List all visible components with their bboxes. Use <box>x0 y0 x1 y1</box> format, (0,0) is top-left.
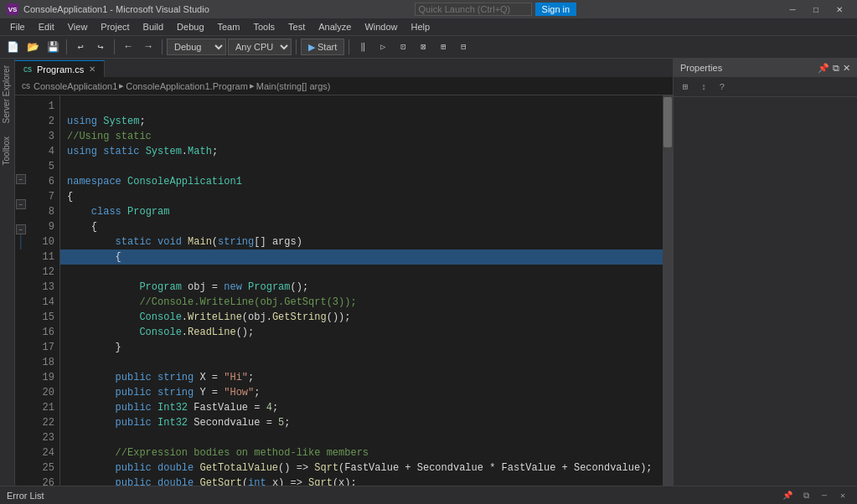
toolbar-open[interactable]: 📂 <box>23 38 42 56</box>
menu-debug[interactable]: Debug <box>170 18 210 35</box>
toolbar-nav-forward[interactable]: → <box>139 38 157 56</box>
breadcrumb-item-3[interactable]: Main(string[] args) <box>256 81 331 91</box>
properties-panel-header: Properties 📌 ⧉ ✕ <box>674 59 857 77</box>
breadcrumb-bar: cs ConsoleApplication1 ▸ ConsoleApplicat… <box>15 77 673 95</box>
error-list-controls: 📌 ⧉ ─ ✕ <box>780 488 850 503</box>
toolbar-undo[interactable]: ↩ <box>71 38 90 56</box>
code-content[interactable]: using System; //Using static using stati… <box>60 95 663 486</box>
properties-grid-btn[interactable]: ⊞ <box>677 79 694 95</box>
toolbar-sep-2 <box>114 39 115 54</box>
error-list-label: Error List <box>7 491 44 501</box>
breadcrumb-item-1[interactable]: ConsoleApplication1 <box>34 81 117 91</box>
toolbar-save[interactable]: 💾 <box>44 38 62 56</box>
file-tab-icon: cs <box>23 64 32 74</box>
properties-close-btn[interactable]: ✕ <box>843 63 850 74</box>
properties-pin-btn[interactable]: 📌 <box>818 63 829 74</box>
line-numbers: 1 2 3 4 5 6 7 8 9 10 11 12 13 14 15 16 1… <box>27 95 60 486</box>
editor-area: cs Program.cs ✕ cs ConsoleApplication1 ▸… <box>15 59 673 486</box>
menu-window[interactable]: Window <box>358 18 404 35</box>
error-list-close-btn[interactable]: ✕ <box>835 488 850 503</box>
left-sidebar: Server Explorer Toolbox <box>0 59 15 486</box>
sign-in-button[interactable]: Sign in <box>535 3 577 16</box>
toolbar: 📄 📂 💾 ↩ ↪ ← → Debug Release Any CPU x86 … <box>0 35 857 59</box>
toolbar-sep-3 <box>162 39 163 54</box>
outline-collapse-method[interactable]: − <box>16 224 26 234</box>
outline-collapse-namespace[interactable]: − <box>16 174 26 184</box>
file-tabs: cs Program.cs ✕ <box>15 59 673 77</box>
app-title: ConsoleApplication1 - Microsoft Visual S… <box>23 4 209 14</box>
vertical-scrollbar[interactable] <box>663 95 673 486</box>
properties-toolbar: ⊞ ↕ ? <box>674 77 857 97</box>
menu-build[interactable]: Build <box>137 18 170 35</box>
toolbar-new[interactable]: 📄 <box>3 38 22 56</box>
toolbar-sep-1 <box>66 39 67 54</box>
toolbar-extra-3[interactable]: ⊡ <box>394 38 412 56</box>
toolbar-sep-5 <box>348 39 349 54</box>
breadcrumb-text-1: ConsoleApplication1 <box>34 81 117 91</box>
scroll-thumb[interactable] <box>663 97 672 147</box>
sidebar-tab-server-explorer[interactable]: Server Explorer <box>0 59 14 130</box>
menu-help[interactable]: Help <box>405 18 437 35</box>
sidebar-tab-toolbox[interactable]: Toolbox <box>0 130 14 172</box>
code-editor[interactable]: − − − 1 2 3 4 5 6 7 8 9 10 11 12 <box>15 95 673 486</box>
run-icon: ▶ <box>308 42 315 53</box>
toolbar-redo[interactable]: ↪ <box>91 38 110 56</box>
breadcrumb-text-2: ConsoleApplication1.Program <box>126 81 248 91</box>
error-list-title: Error List <box>7 491 44 501</box>
quick-launch-area: Sign in <box>415 3 577 16</box>
toolbar-extra-1[interactable]: ‖ <box>354 38 372 56</box>
menu-analyze[interactable]: Analyze <box>312 18 358 35</box>
breadcrumb-item-2[interactable]: ConsoleApplication1.Program <box>126 81 248 91</box>
menu-project[interactable]: Project <box>94 18 136 35</box>
bottom-panel: Error List 📌 ⧉ ─ ✕ ▼ ✕ 0 Errors ⚠ 0 Warn… <box>0 486 857 504</box>
menu-tools[interactable]: Tools <box>246 18 281 35</box>
file-tab-name: Program.cs <box>37 64 84 75</box>
menu-file[interactable]: File <box>3 18 32 35</box>
breadcrumb-text-3: Main(string[] args) <box>256 81 331 91</box>
restore-button[interactable]: □ <box>805 0 827 18</box>
toolbar-extra-6[interactable]: ⊟ <box>454 38 472 56</box>
run-label: Start <box>318 42 337 52</box>
file-tab-close[interactable]: ✕ <box>89 64 96 74</box>
properties-sort-btn[interactable]: ↕ <box>695 79 712 95</box>
breadcrumb-sep-1: ▸ <box>119 80 124 91</box>
debug-config-select[interactable]: Debug Release <box>167 39 226 55</box>
properties-title: Properties <box>680 63 722 73</box>
close-button[interactable]: ✕ <box>829 0 850 18</box>
window-controls: ─ □ ✕ <box>782 0 850 18</box>
menu-view[interactable]: View <box>61 18 95 35</box>
properties-panel: Properties 📌 ⧉ ✕ ⊞ ↕ ? <box>673 59 857 486</box>
toolbar-sep-4 <box>296 39 297 54</box>
minimize-button[interactable]: ─ <box>782 0 803 18</box>
menu-edit[interactable]: Edit <box>32 18 61 35</box>
error-list-auto-hide-btn[interactable]: ─ <box>817 488 832 503</box>
toolbar-extra-5[interactable]: ⊞ <box>434 38 452 56</box>
quick-launch-input[interactable] <box>415 3 532 16</box>
menu-bar: File Edit View Project Build Debug Team … <box>0 18 857 35</box>
platform-select[interactable]: Any CPU x86 x64 <box>228 39 292 55</box>
breadcrumb-cs-icon: cs <box>22 81 30 90</box>
start-button[interactable]: ▶ Start <box>301 39 344 55</box>
menu-team[interactable]: Team <box>211 18 247 35</box>
properties-float-btn[interactable]: ⧉ <box>833 63 839 74</box>
menu-test[interactable]: Test <box>281 18 312 35</box>
main-layout: Server Explorer Toolbox cs Program.cs ✕ … <box>0 59 857 486</box>
properties-help-btn[interactable]: ? <box>714 79 731 95</box>
bottom-area: Error List 📌 ⧉ ─ ✕ ▼ ✕ 0 Errors ⚠ 0 Warn… <box>0 486 857 504</box>
toolbar-extra-4[interactable]: ⊠ <box>414 38 432 56</box>
toolbar-nav-back[interactable]: ← <box>119 38 137 56</box>
file-tab-program-cs[interactable]: cs Program.cs ✕ <box>15 60 105 77</box>
breadcrumb-sep-2: ▸ <box>250 80 255 91</box>
outlining-margin: − − − <box>15 95 27 486</box>
outline-collapse-class[interactable]: − <box>16 199 26 209</box>
vs-logo: VS <box>7 3 18 15</box>
toolbar-extra-2[interactable]: ▷ <box>374 38 392 56</box>
title-bar: VS ConsoleApplication1 - Microsoft Visua… <box>0 0 857 18</box>
error-list-header: Error List 📌 ⧉ ─ ✕ <box>0 486 857 504</box>
error-list-pin-btn[interactable]: 📌 <box>780 488 795 503</box>
error-list-float-btn[interactable]: ⧉ <box>798 488 813 503</box>
